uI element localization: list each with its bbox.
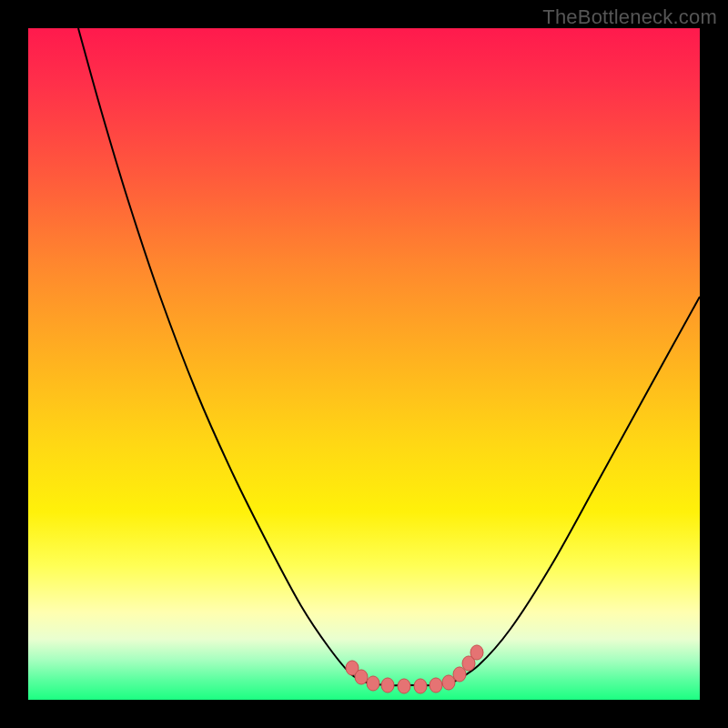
valley-marker: [442, 675, 455, 690]
valley-marker: [381, 678, 394, 693]
valley-marker: [398, 679, 410, 693]
valley-marker: [453, 667, 466, 682]
curve-group: [78, 28, 700, 685]
valley-marker: [430, 678, 442, 693]
valley-marker: [470, 645, 483, 660]
valley-marker: [414, 679, 427, 693]
valley-markers: [346, 645, 483, 693]
watermark-text: TheBottleneck.com: [542, 5, 717, 29]
valley-marker: [355, 670, 368, 684]
curve-right-branch: [451, 297, 700, 683]
valley-marker: [367, 676, 379, 691]
curve-left-branch: [78, 28, 369, 683]
chart-frame: TheBottleneck.com: [0, 0, 728, 728]
plot-area: [28, 28, 700, 700]
